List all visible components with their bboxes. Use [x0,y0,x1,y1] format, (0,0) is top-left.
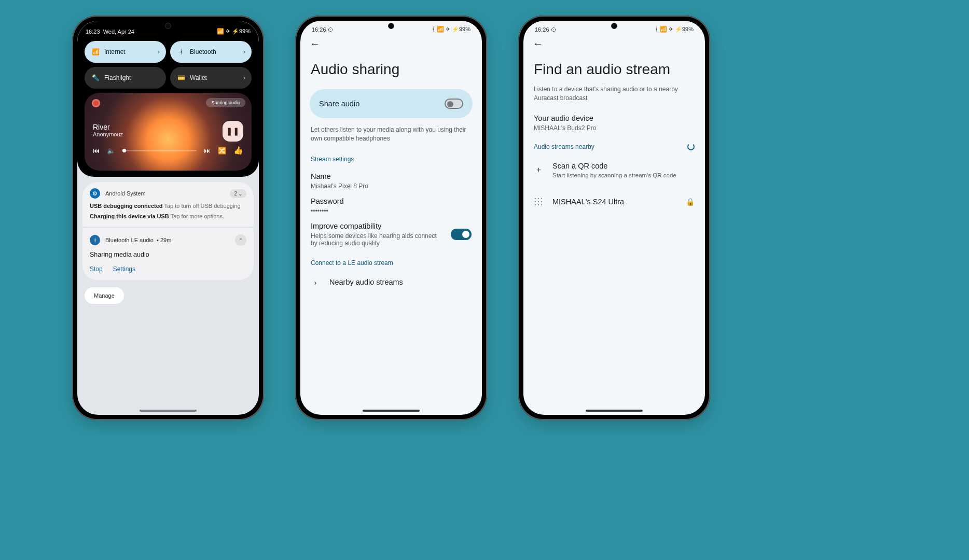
notification-count: 2 [234,191,237,197]
bluetooth-icon: ᚼ [177,48,185,55]
setting-title: Improve compatibility [311,222,445,230]
notification-title: Sharing media audio [90,251,246,258]
page-title: Audio sharing [300,50,482,78]
setting-title: Password [311,197,472,205]
notification-line-title: USB debugging connected [90,203,163,209]
section-connect-stream: Connect to a LE audio stream [300,247,482,269]
phone-2-audio-sharing: 16:26 ⏲ ᚼ 📶 ✈ ⚡99% ← Audio sharing Share… [295,16,487,420]
setting-value: Mishaal's Pixel 8 Pro [311,183,472,190]
your-audio-device[interactable]: Your audio device MISHAAL's Buds2 Pro [523,103,705,132]
setting-value: Helps some devices like hearing aids con… [311,232,445,247]
notification-line-subtext: Tap for more options. [171,213,224,219]
media-track-title: River [93,123,243,131]
chevron-down-icon: ⌄ [238,191,242,197]
page-title: Find an audio stream [523,50,705,78]
notification-android-system[interactable]: ⚙ Android System 2 ⌄ USB debugging conne… [82,182,254,227]
back-button[interactable]: ← [523,33,552,50]
qs-tile-label: Internet [104,48,126,55]
setting-title: Your audio device [534,114,695,122]
chevron-right-icon: › [243,48,245,55]
status-right: ᚼ 📶 ✈ ⚡99% [655,26,694,33]
qs-tile-bluetooth[interactable]: ᚼ Bluetooth › [170,41,252,63]
stop-button[interactable]: Stop [90,265,103,273]
camera-cutout [611,23,617,29]
qs-tile-flashlight[interactable]: 🔦 Flashlight [85,67,166,89]
notification-app-name: Bluetooth LE audio [105,237,154,243]
wallet-icon: 💳 [177,74,185,81]
scan-qr-subtitle: Start listening by scanning a stream's Q… [552,172,676,178]
setting-title: Name [311,172,472,180]
auracast-icon [534,197,543,206]
page-description: Listen to a device that's sharing audio … [523,78,705,103]
qs-tile-label: Wallet [190,74,207,81]
notification-time: 29m [160,237,171,243]
qs-tile-internet[interactable]: 📶 Internet › [85,41,166,63]
chevron-right-icon: › [243,74,245,81]
nav-handle[interactable] [140,410,197,412]
previous-track-icon[interactable]: ⏮ [93,147,100,155]
setting-improve-compatibility[interactable]: Improve compatibility Helps some devices… [300,215,482,247]
status-time: 16:23 [86,29,100,35]
scan-qr-code-row[interactable]: ＋ Scan a QR code Start listening by scan… [523,152,705,188]
flashlight-icon: 🔦 [92,74,99,81]
status-date: Wed, Apr 24 [103,29,134,35]
cast-icon[interactable]: 🔈 [107,147,115,155]
thumbs-up-icon[interactable]: 👍 [233,146,243,155]
manage-button[interactable]: Manage [85,287,124,304]
audio-streams-nearby-label: Audio streams nearby [534,143,594,150]
chevron-up-icon[interactable]: ⌃ [235,234,246,246]
next-track-icon[interactable]: ⏭ [204,147,211,155]
status-time: 16:26 ⏲ [535,26,557,33]
section-stream-settings: Stream settings [300,143,482,165]
setting-value: •••••••• [311,207,472,215]
share-audio-switch[interactable] [445,99,463,109]
share-audio-description: Let others listen to your media along wi… [300,118,482,143]
pause-button[interactable]: ❚❚ [223,121,243,142]
bluetooth-icon: ᚼ [90,235,100,245]
status-wifi-icon: 📶 [217,28,224,34]
setting-value: MISHAAL's Buds2 Pro [534,124,695,132]
share-audio-toggle-row[interactable]: Share audio [310,89,473,118]
found-stream-row[interactable]: MISHAAL's S24 Ultra 🔒 [523,188,705,216]
media-track-artist: Anonymouz [93,131,243,137]
wifi-icon: 📶 [92,48,99,55]
status-right: ᚼ 📶 ✈ ⚡99% [432,26,470,33]
chevron-right-icon: › [311,278,320,287]
sharing-audio-chip[interactable]: Sharing audio [206,98,245,107]
scan-qr-title: Scan a QR code [552,162,676,170]
shuffle-icon[interactable]: 🔀 [218,147,226,155]
setting-password[interactable]: Password •••••••• [300,190,482,215]
seek-bar[interactable] [122,150,197,151]
lock-icon: 🔒 [686,198,695,206]
share-audio-label: Share audio [319,100,359,108]
compat-switch[interactable] [451,229,472,240]
nearby-audio-streams-label: Nearby audio streams [329,278,403,286]
notification-bluetooth-le-audio[interactable]: ᚼ Bluetooth LE audio • 29m ⌃ Sharing med… [82,228,254,280]
phone-1-quick-settings: 16:23 Wed, Apr 24 📶 ✈ ⚡99% 📶 Internet › … [72,16,264,420]
loading-spinner-icon [687,143,695,150]
android-icon: ⚙ [90,188,100,199]
phone-3-find-audio-stream: 16:26 ⏲ ᚼ 📶 ✈ ⚡99% ← Find an audio strea… [518,16,710,420]
back-button[interactable]: ← [300,33,329,50]
settings-button[interactable]: Settings [113,265,135,273]
found-stream-name: MISHAAL's S24 Ultra [552,198,676,206]
qs-tile-label: Flashlight [104,74,131,81]
nearby-audio-streams-row[interactable]: › Nearby audio streams [300,269,482,296]
notification-app-name: Android System [105,190,146,197]
status-time: 16:26 ⏲ [312,26,334,33]
notification-line-title: Charging this device via USB [90,213,169,219]
nav-handle[interactable] [363,410,420,412]
qs-tile-label: Bluetooth [190,48,216,55]
plus-icon: ＋ [534,165,543,175]
status-right: ✈ ⚡99% [226,28,251,34]
camera-cutout [388,23,394,29]
setting-name[interactable]: Name Mishaal's Pixel 8 Pro [300,165,482,190]
camera-cutout [165,23,171,29]
media-player-card[interactable]: Sharing audio River Anonymouz ❚❚ ⏮ 🔈 ⏭ 🔀… [85,93,252,171]
qs-tile-wallet[interactable]: 💳 Wallet › [170,67,252,89]
notification-line-subtext: Tap to turn off USB debugging [164,203,240,209]
chevron-right-icon: › [158,48,160,55]
nav-handle[interactable] [586,410,643,412]
notification-count-chip[interactable]: 2 ⌄ [230,189,246,198]
